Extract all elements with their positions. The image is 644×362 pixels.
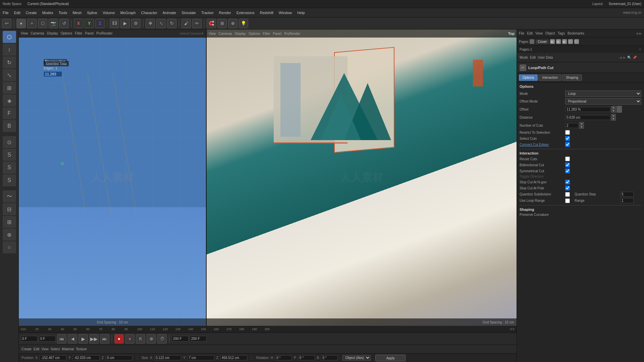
quantize-step-input[interactable] (620, 192, 634, 197)
restrict-sel-check-container[interactable] (565, 130, 570, 135)
menu-tools[interactable]: Tools (59, 11, 67, 15)
pages-1-label[interactable]: Pages-1 (520, 48, 532, 51)
tool11-icon[interactable]: S (3, 174, 16, 186)
symmetrical-check[interactable] (565, 169, 570, 173)
page-dot-triangle3[interactable]: ▲ (562, 39, 567, 44)
page-dot-triangle2[interactable]: ▲ (556, 39, 561, 44)
select-menu[interactable]: Select (51, 347, 60, 351)
menu-animate[interactable]: Animate (163, 11, 176, 15)
menu-redshift[interactable]: Redshift (260, 11, 273, 15)
rotate-icon-side[interactable]: ↻ (3, 56, 16, 68)
play-forward-btn[interactable]: ▶▶ (89, 334, 99, 344)
psr-apply-btn[interactable]: Apply (375, 355, 406, 361)
rotate-tool-btn[interactable]: ↻ (167, 19, 176, 28)
tool15-icon[interactable]: ⊕ (3, 229, 16, 241)
tool5-icon[interactable]: ◈ (3, 95, 16, 107)
x-axis-btn[interactable]: X (74, 19, 83, 28)
num-cuts-input[interactable] (565, 123, 579, 128)
play-btn[interactable]: ▶ (78, 334, 88, 344)
tool6-icon[interactable]: F (3, 107, 16, 119)
tab-interaction[interactable]: Interaction (538, 74, 561, 81)
material-menu[interactable]: Material (62, 347, 74, 351)
distance-arrows[interactable]: ▲ ▼ (611, 114, 616, 121)
select-cuts-checkbox[interactable] (565, 136, 570, 141)
object-mode-btn[interactable]: ● (16, 19, 26, 28)
go-end-btn[interactable]: ⏭ (100, 334, 109, 344)
coord-system-select[interactable]: Object (Abs) World (342, 355, 371, 361)
tool13-icon[interactable]: ⊟ (3, 203, 16, 215)
nav-fwd-btn[interactable]: ▶ (623, 56, 626, 59)
bidirectional-check[interactable] (565, 163, 570, 167)
tab-options[interactable]: Options (519, 74, 538, 81)
viewport-right[interactable]: 人人素材 View Cameras Display Options Filter… (207, 29, 517, 326)
view-menu[interactable]: View (41, 347, 49, 351)
edit-tab[interactable]: Edit (530, 56, 536, 59)
edges-value-input[interactable]: 11.283 (44, 71, 62, 77)
vp-left-display-btn[interactable]: Display (47, 32, 58, 35)
menu-file[interactable]: File (3, 11, 9, 15)
menu-window[interactable]: Window (279, 11, 292, 15)
vp-left-cameras-btn[interactable]: Cameras (31, 32, 45, 35)
sm-file[interactable]: File (519, 32, 524, 35)
tool12-icon[interactable]: 〜 (3, 190, 16, 202)
connect-cut-label[interactable]: Connect Cut Edges (520, 143, 563, 146)
sm-bookmarks[interactable]: Bookmarks (568, 32, 584, 35)
menu-spline[interactable]: Spline (87, 11, 97, 15)
py-input[interactable] (73, 355, 100, 360)
texture-menu[interactable]: Texture (76, 347, 87, 351)
page-dot-triangle[interactable]: ▲ (550, 39, 555, 44)
scale-icon-side[interactable]: ⤡ (3, 69, 16, 81)
use-loop-check[interactable] (565, 198, 570, 203)
viewport-left[interactable]: View Cameras Display Options Filter Pane… (19, 29, 207, 326)
menu-edit[interactable]: Edit (14, 11, 20, 15)
render-preview-btn[interactable]: 🎞 (110, 19, 119, 28)
undo-btn[interactable]: ↩ (2, 19, 11, 28)
menu-help[interactable]: Help (297, 11, 305, 15)
key-sel-btn[interactable]: ⊕ (147, 334, 156, 344)
reuse-cuts-checkbox[interactable] (565, 157, 570, 161)
render-btn[interactable]: ▶ (120, 19, 130, 28)
offset-mode-value[interactable]: Proportional Absolute (565, 98, 641, 105)
vp-right-panel-btn[interactable]: Panel (273, 32, 282, 36)
vp-left-view-btn[interactable]: View (21, 32, 28, 35)
menu-extensions[interactable]: Extensions (236, 11, 255, 15)
tool7-icon[interactable]: B (3, 120, 16, 132)
distance-input[interactable] (565, 115, 610, 120)
light-btn[interactable]: 💡 (239, 19, 248, 28)
create-menu[interactable]: Create (21, 347, 32, 351)
nav-back-btn[interactable]: ◀ (619, 56, 622, 59)
reuse-cuts-check[interactable] (565, 157, 570, 161)
page-dot-1[interactable] (530, 39, 534, 44)
node-space-value[interactable]: Current (Standard/Physical) (28, 2, 69, 6)
vp-right-view-btn[interactable]: View (209, 32, 216, 36)
paint-btn[interactable]: 🖌 (181, 19, 191, 28)
stop-pole-check[interactable] (565, 186, 570, 190)
vp-right-display-btn[interactable]: Display (235, 32, 246, 36)
sculpt-btn[interactable]: ✏ (192, 19, 202, 28)
menu-render[interactable]: Render (219, 11, 231, 15)
sm-tags[interactable]: Tags (558, 32, 565, 35)
offset-drag-btn[interactable]: ⋮ (616, 106, 622, 113)
offset-mode-select[interactable]: Proportional Absolute (565, 98, 641, 105)
add-object-btn[interactable]: + (27, 19, 37, 28)
edges-input-container[interactable]: 11.283 (44, 71, 62, 77)
key-time-btn[interactable]: ⏱ (157, 334, 167, 344)
scale-tool-btn[interactable]: ⤡ (156, 19, 166, 28)
use-loop-checkbox[interactable] (565, 198, 570, 203)
sm-edit[interactable]: Edit (527, 32, 533, 35)
num-cuts-arrows[interactable]: ▲ ▼ (579, 122, 584, 129)
sm-view[interactable]: View (535, 32, 543, 35)
nav-more-btn[interactable]: ⋯ (638, 56, 641, 59)
transform-icon[interactable]: ⊞ (3, 82, 16, 94)
mode-select[interactable]: Loop Path (565, 90, 641, 97)
px-input[interactable] (40, 355, 66, 360)
mode-tab[interactable]: Mode (520, 56, 528, 59)
snap-btn[interactable]: 🧲 (207, 19, 216, 28)
settings-btn[interactable]: ⚙ (131, 19, 141, 28)
rp-input[interactable] (298, 355, 315, 360)
vp-left-filter-btn[interactable]: Filter (75, 32, 82, 35)
tool8-icon[interactable]: ⊙ (3, 136, 16, 148)
tool16-icon[interactable]: ○ (3, 241, 16, 253)
offset-arrows[interactable]: ▲ ▼ (611, 106, 616, 113)
stop-pole-checkbox[interactable] (565, 186, 570, 190)
